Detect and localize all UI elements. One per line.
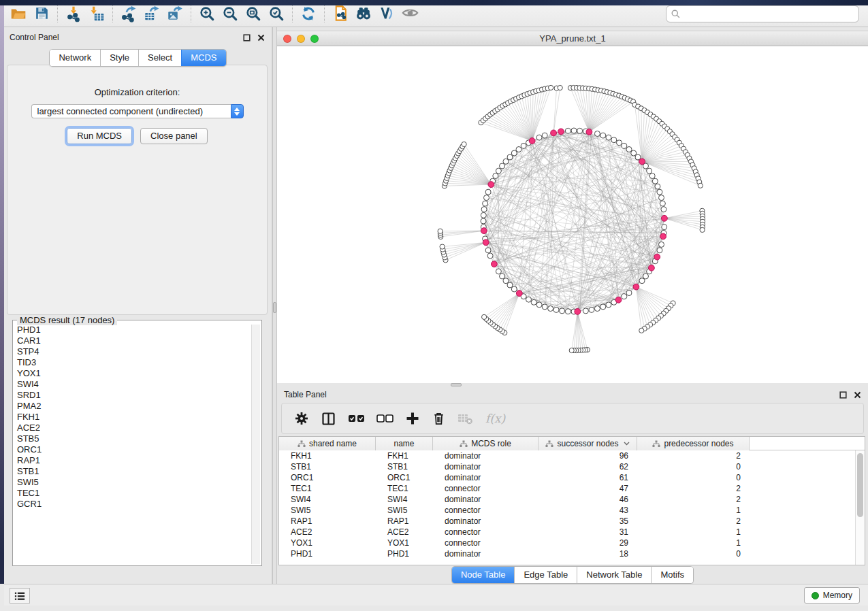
save-session-button[interactable]: [30, 3, 53, 24]
table-cell[interactable]: dominator: [433, 461, 539, 472]
zoom-out-button[interactable]: [219, 3, 242, 24]
table-cell[interactable]: ORC1: [279, 472, 376, 483]
zoom-fit-button[interactable]: [242, 3, 265, 24]
table-cell[interactable]: 2: [637, 450, 750, 461]
table-cell[interactable]: 1: [637, 505, 750, 516]
table-cell[interactable]: 2: [637, 494, 750, 505]
zoom-in-button[interactable]: [195, 3, 219, 24]
table-cell[interactable]: dominator: [433, 516, 539, 527]
table-row[interactable]: SWI4SWI4dominator462: [279, 494, 865, 505]
search-network-button[interactable]: [352, 3, 375, 24]
select-all-button[interactable]: [348, 414, 365, 423]
table-cell[interactable]: ACE2: [376, 527, 433, 538]
mcds-result-item[interactable]: ACE2: [14, 423, 251, 433]
column-header-mcds-role[interactable]: MCDS role: [433, 437, 539, 450]
table-cell[interactable]: SWI5: [376, 505, 433, 516]
mcds-result-item[interactable]: PHD1: [14, 325, 251, 335]
minimize-window-icon[interactable]: [297, 35, 305, 43]
tab-node-table[interactable]: Node Table: [452, 567, 515, 583]
mcds-result-item[interactable]: YOX1: [14, 368, 251, 379]
table-cell[interactable]: dominator: [433, 494, 539, 505]
tab-mcds[interactable]: MCDS: [181, 50, 225, 66]
table-cell[interactable]: 31: [539, 527, 637, 538]
close-panel-button[interactable]: [854, 391, 861, 399]
table-row[interactable]: YOX1YOX1connector291: [279, 538, 865, 548]
close-mcds-button[interactable]: Close panel: [140, 128, 208, 144]
function-builder-button[interactable]: f(x): [485, 412, 505, 425]
network-canvas[interactable]: [277, 46, 868, 383]
table-cell[interactable]: RAP1: [376, 516, 433, 527]
table-cell[interactable]: 47: [539, 483, 637, 494]
table-cell[interactable]: connector: [433, 527, 539, 538]
table-cell[interactable]: FKH1: [376, 450, 433, 461]
mcds-result-item[interactable]: SWI5: [14, 477, 251, 488]
network-titlebar[interactable]: YPA_prune.txt_1: [277, 31, 868, 46]
table-cell[interactable]: 2: [637, 483, 750, 494]
table-cell[interactable]: connector: [433, 538, 539, 548]
table-cell[interactable]: 18: [539, 548, 637, 559]
tab-network-table[interactable]: Network Table: [577, 567, 651, 583]
float-panel-button[interactable]: [243, 34, 251, 42]
table-cell[interactable]: PHD1: [279, 548, 376, 559]
mcds-result-item[interactable]: STB5: [14, 433, 251, 444]
table-cell[interactable]: PHD1: [376, 548, 433, 559]
network-graph[interactable]: [277, 46, 868, 383]
table-row[interactable]: STB1STB1dominator620: [279, 461, 865, 472]
table-row[interactable]: RAP1RAP1dominator352: [279, 516, 865, 527]
criterion-dropdown[interactable]: largest connected component (undirected): [31, 104, 244, 118]
mcds-result-item[interactable]: GCR1: [14, 499, 251, 510]
table-cell[interactable]: 61: [539, 472, 637, 483]
table-scrollbar[interactable]: [855, 450, 865, 565]
export-table-button[interactable]: [140, 3, 163, 24]
tab-motifs[interactable]: Motifs: [651, 567, 693, 583]
table-cell[interactable]: 0: [637, 548, 750, 559]
import-table-button[interactable]: [85, 3, 108, 24]
column-header-shared-name[interactable]: shared name: [279, 437, 376, 450]
deselect-all-button[interactable]: [376, 414, 393, 423]
mcds-result-item[interactable]: SWI4: [14, 379, 251, 390]
table-cell[interactable]: YOX1: [376, 538, 433, 548]
mcds-result-item[interactable]: TID3: [14, 357, 251, 368]
table-cell[interactable]: SWI4: [279, 494, 376, 505]
export-image-button[interactable]: [163, 3, 187, 24]
mcds-result-item[interactable]: TEC1: [14, 488, 251, 499]
table-cell[interactable]: 96: [539, 450, 637, 461]
mcds-list-scrollbar[interactable]: [251, 325, 260, 564]
table-cell[interactable]: dominator: [433, 472, 539, 483]
mcds-result-item[interactable]: FKH1: [14, 412, 251, 423]
column-header-name[interactable]: name: [376, 437, 433, 450]
table-cell[interactable]: 46: [539, 494, 637, 505]
table-cell[interactable]: 0: [637, 472, 750, 483]
table-cell[interactable]: connector: [433, 483, 539, 494]
maximize-window-icon[interactable]: [310, 35, 319, 43]
table-cell[interactable]: dominator: [433, 548, 539, 559]
network-from-file-button[interactable]: [329, 3, 352, 24]
scrollbar-thumb[interactable]: [857, 453, 863, 517]
float-panel-button[interactable]: [839, 391, 847, 399]
search-input[interactable]: [666, 5, 859, 22]
show-columns-button[interactable]: [321, 411, 336, 427]
create-column-button[interactable]: [405, 411, 420, 426]
table-cell[interactable]: RAP1: [279, 516, 376, 527]
refresh-network-button[interactable]: [297, 3, 320, 24]
open-session-button[interactable]: [7, 3, 30, 24]
tab-style[interactable]: Style: [100, 50, 138, 66]
table-row[interactable]: SWI5SWI5connector431: [279, 505, 865, 516]
table-cell[interactable]: 43: [539, 505, 637, 516]
tab-edge-table[interactable]: Edge Table: [514, 567, 577, 583]
mcds-result-item[interactable]: SRD1: [14, 390, 251, 401]
table-cell[interactable]: dominator: [433, 450, 539, 461]
table-cell[interactable]: TEC1: [279, 483, 376, 494]
table-cell[interactable]: 2: [637, 516, 750, 527]
table-cell[interactable]: 1: [637, 527, 750, 538]
table-cell[interactable]: TEC1: [376, 483, 433, 494]
table-cell[interactable]: SWI4: [376, 494, 433, 505]
table-cell[interactable]: ACE2: [279, 527, 376, 538]
table-cell[interactable]: 29: [539, 538, 637, 548]
table-cell[interactable]: ORC1: [376, 472, 433, 483]
close-window-icon[interactable]: [283, 35, 291, 43]
memory-button[interactable]: Memory: [804, 587, 860, 604]
close-panel-button[interactable]: [257, 34, 265, 42]
table-row[interactable]: FKH1FKH1dominator962: [279, 450, 865, 461]
table-row[interactable]: ORC1ORC1dominator610: [279, 472, 865, 483]
